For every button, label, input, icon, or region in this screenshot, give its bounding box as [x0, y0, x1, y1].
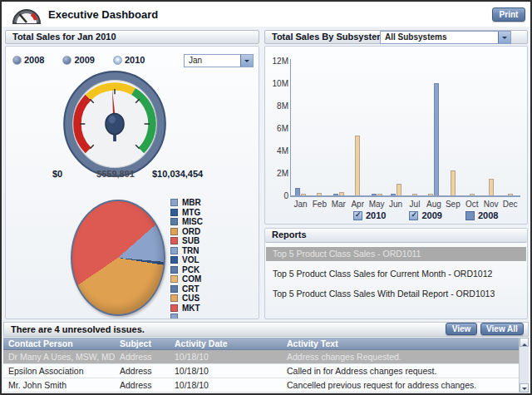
legend-swatch-icon — [170, 218, 178, 225]
series-toggle-2009[interactable]: 2009 — [409, 210, 441, 220]
report-item[interactable]: Top 5 Product Class Sales for Current Mo… — [266, 267, 526, 281]
legend-item: CUS — [170, 294, 254, 304]
view-all-button[interactable]: View All — [480, 323, 524, 335]
legend-item: SUB — [170, 236, 254, 246]
y-tick-label: 6M — [267, 124, 288, 133]
legend-item: PCK — [170, 265, 254, 275]
bar-group-Dec — [500, 61, 520, 195]
legend-item — [170, 313, 254, 319]
bar-group-Jul — [406, 61, 425, 195]
bar-group-Nov — [481, 61, 500, 195]
bar-group-Mar — [329, 61, 348, 195]
legend-swatch-icon — [170, 294, 178, 302]
scroll-up-icon[interactable] — [520, 338, 529, 347]
report-item[interactable]: Top 5 Product Class Sales With Detail Re… — [266, 287, 526, 301]
y-tick-label: 0 — [267, 191, 288, 200]
month-dropdown-value: Jan — [185, 55, 240, 67]
legend-item: MKT — [170, 304, 254, 314]
sales-gauge — [61, 70, 169, 181]
page-title: Executive Dashboard — [48, 8, 158, 21]
year-radio-2008[interactable]: 2008 — [12, 55, 44, 65]
y-tick-label: 2M — [267, 169, 288, 178]
toggle-label: 2009 — [421, 210, 441, 220]
bar-2009-Jun — [397, 184, 401, 195]
issues-table: Contact PersonSubjectActivity DateActivi… — [3, 338, 529, 393]
x-tick-label: Dec — [500, 200, 520, 209]
gauge-value-label: $659,891 — [84, 169, 147, 179]
series-toggle-2008[interactable]: 2008 — [466, 210, 498, 220]
bar-group-Oct — [462, 61, 481, 195]
checkbox-icon-2008[interactable] — [466, 211, 475, 220]
table-cell: Cancelled previous request for address c… — [282, 378, 529, 392]
table-row[interactable]: Mr. John SmithAddress10/18/10Cancelled p… — [3, 378, 529, 393]
subsystem-dropdown-arrow-icon[interactable] — [498, 32, 510, 43]
year-radio-2009[interactable]: 2009 — [62, 55, 94, 65]
table-header-row: Contact PersonSubjectActivity DateActivi… — [3, 338, 529, 350]
legend-item: VOL — [170, 255, 254, 265]
bar-2010-Jun — [391, 194, 396, 195]
table-cell: Dr Many A Uses, MSW, MD — [3, 350, 115, 363]
x-tick-label: Oct — [462, 200, 481, 209]
legend-item: ORD — [170, 227, 254, 237]
table-cell: Address — [115, 364, 170, 378]
table-cell: Address — [115, 378, 170, 392]
top-bar: Executive Dashboard Print — [2, 2, 530, 27]
checkbox-icon-2010[interactable] — [353, 211, 362, 220]
table-cell: 10/18/10 — [170, 364, 282, 378]
month-dropdown-arrow-icon[interactable] — [240, 55, 253, 67]
report-item[interactable]: Top 5 Product Class Sales - ORD1011 — [266, 247, 526, 261]
y-tick-label: 10M — [267, 79, 288, 88]
radio-icon-2008[interactable] — [12, 56, 22, 65]
legend-label: PCK — [182, 265, 200, 274]
legend-item: TRN — [170, 246, 254, 256]
bar-chart-x-axis: JanFebMarAprMayJunJulAugSepOctNovDec — [291, 200, 520, 209]
series-toggle-2010[interactable]: 2010 — [353, 210, 386, 220]
year-radios: 200820092010 — [12, 55, 145, 65]
bar-2009-Jan — [301, 194, 306, 195]
subsystem-dropdown-value: All Subsystems — [381, 32, 498, 43]
subsystem-panel-title: Total Sales By Subsystem — [272, 32, 385, 42]
x-tick-label: Jan — [291, 200, 310, 209]
legend-swatch-icon — [170, 266, 178, 274]
y-tick-label: 4M — [267, 146, 288, 156]
table-cell: 10/18/10 — [170, 378, 282, 392]
bar-2009-Oct — [470, 194, 475, 195]
legend-swatch-icon — [170, 247, 178, 254]
table-column-header[interactable]: Subject — [115, 338, 170, 349]
bar-chart-plot — [291, 61, 520, 195]
table-column-header[interactable]: Contact Person — [3, 338, 115, 349]
bar-group-Jan — [291, 61, 310, 195]
radio-icon-2010[interactable] — [113, 56, 122, 65]
bar-2009-Jul — [412, 194, 417, 195]
view-button[interactable]: View — [446, 323, 477, 335]
issues-text: There are 4 unresolved issues. — [11, 324, 145, 334]
month-dropdown[interactable]: Jan — [184, 54, 254, 67]
bar-2009-May — [377, 194, 382, 195]
legend-item: MTG — [170, 208, 254, 218]
y-tick-label: 12M — [267, 57, 288, 66]
pie-legend: MBRMTGMISCORDSUBTRNVOLPCKCOMCRTCUSMKT — [170, 198, 254, 319]
print-button[interactable]: Print — [492, 7, 525, 22]
scroll-down-icon[interactable] — [520, 383, 529, 393]
toggle-label: 2010 — [366, 210, 386, 220]
bar-group-May — [367, 61, 387, 195]
gauge-min-label: $0 — [52, 169, 62, 179]
bar-2008-Aug — [434, 83, 439, 195]
legend-swatch-icon — [170, 285, 178, 293]
table-column-header[interactable]: Activity Text — [282, 338, 529, 349]
table-row[interactable]: Dr Many A Uses, MSW, MDAddress10/18/10Ad… — [3, 350, 529, 364]
checkbox-icon-2009[interactable] — [409, 211, 418, 220]
subsystem-panel-header: Total Sales By Subsystem All Subsystems — [264, 30, 528, 44]
legend-swatch-icon — [170, 228, 178, 235]
table-scrollbar[interactable] — [519, 338, 529, 393]
radio-icon-2009[interactable] — [62, 56, 71, 65]
y-tick-label: 8M — [267, 101, 288, 111]
year-label: 2009 — [74, 55, 94, 65]
table-row[interactable]: Epsilon AssociationAddress10/18/10Called… — [3, 364, 529, 378]
legend-label: ORD — [182, 227, 200, 236]
subsystem-dropdown[interactable]: All Subsystems — [380, 31, 511, 44]
table-column-header[interactable]: Activity Date — [170, 338, 282, 349]
legend-swatch-icon — [170, 256, 178, 264]
total-sales-panel: 200820092010 Jan — [5, 46, 259, 319]
year-radio-2010[interactable]: 2010 — [113, 55, 145, 65]
